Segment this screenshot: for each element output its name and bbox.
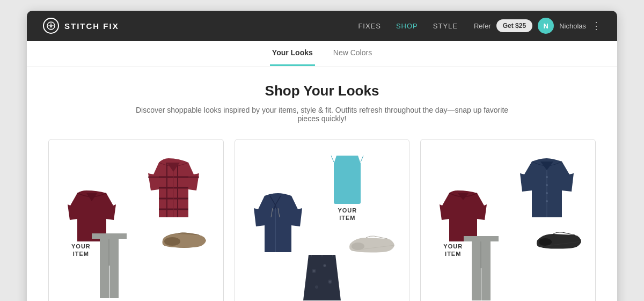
look-card-1[interactable]: YOURITEM	[48, 139, 224, 301]
brand-name: STITCH FIX	[64, 21, 119, 31]
page-subtitle: Discover shoppable looks inspired by you…	[134, 106, 510, 123]
browser-window: STITCH FIX FIXES SHOP STYLE Refer Get $2…	[27, 11, 617, 301]
brown-shoes	[162, 230, 207, 251]
nav-links: FIXES SHOP STYLE	[358, 22, 458, 30]
look-card-2[interactable]: YOURITEM	[235, 139, 410, 301]
gray-sneakers	[347, 233, 396, 256]
user-avatar: N	[538, 18, 554, 34]
navy-shirt	[520, 158, 574, 217]
gray-pants-2	[461, 236, 501, 300]
svg-point-23	[313, 270, 315, 272]
logo-icon	[43, 18, 59, 34]
more-menu-button[interactable]: ⋮	[591, 20, 601, 32]
page-title: Shop Your Looks	[48, 83, 596, 99]
look-card-2-inner: YOURITEM	[246, 150, 399, 300]
refer-text: Refer	[474, 22, 491, 30]
nav-shop[interactable]: SHOP	[396, 22, 418, 30]
look-card-3[interactable]: YOURITEM	[420, 139, 596, 301]
your-item-label-1: YOURITEM	[71, 243, 91, 258]
teal-tank	[326, 156, 369, 204]
your-item-label-2: YOURITEM	[326, 207, 369, 222]
looks-grid: YOURITEM	[48, 139, 596, 301]
gray-pants-1	[89, 233, 129, 298]
svg-point-30	[546, 176, 548, 178]
svg-rect-14	[334, 162, 361, 204]
navy-hoodie	[254, 193, 302, 252]
nav-fixes[interactable]: FIXES	[358, 22, 381, 30]
svg-point-32	[546, 192, 548, 194]
black-shoes	[535, 230, 582, 252]
user-name: Nicholas	[559, 22, 586, 30]
svg-point-22	[315, 285, 318, 289]
main-content: Shop Your Looks Discover shoppable looks…	[27, 67, 617, 301]
your-item-label-3: YOURITEM	[443, 243, 463, 258]
look-card-3-inner: YOURITEM	[431, 150, 584, 300]
svg-point-33	[546, 200, 548, 202]
svg-point-13	[164, 237, 180, 246]
burgundy-sweater-2	[440, 190, 487, 241]
svg-point-35	[539, 238, 552, 246]
sub-nav-new-colors[interactable]: New Colors	[331, 41, 374, 66]
look-card-1-inner: YOURITEM	[60, 150, 213, 300]
navbar: STITCH FIX FIXES SHOP STYLE Refer Get $2…	[27, 11, 617, 41]
svg-point-18	[352, 243, 364, 250]
svg-point-31	[546, 184, 548, 186]
nav-style[interactable]: STYLE	[433, 22, 458, 30]
sub-nav-your-looks[interactable]: Your Looks	[270, 41, 315, 66]
sub-nav: Your Looks New Colors	[27, 41, 617, 67]
logo[interactable]: STITCH FIX	[43, 18, 119, 34]
plaid-shirt	[148, 158, 199, 217]
svg-point-24	[324, 265, 326, 267]
nav-right: Refer Get $25 N Nicholas ⋮	[474, 18, 601, 34]
get-25-button[interactable]: Get $25	[496, 19, 532, 32]
dark-skirt	[301, 255, 343, 300]
svg-point-25	[329, 281, 331, 283]
